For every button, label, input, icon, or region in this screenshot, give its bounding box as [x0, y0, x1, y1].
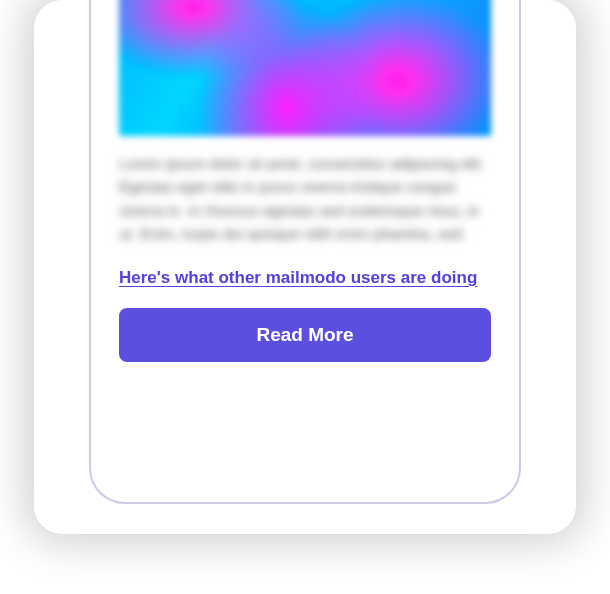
body-paragraph: Lorem ipsum dolor sit amet, consectetur …: [119, 152, 491, 245]
hero-image: [119, 0, 491, 136]
preview-card: Lorem ipsum dolor sit amet, consectetur …: [34, 0, 576, 534]
related-link[interactable]: Here's what other mailmodo users are doi…: [119, 267, 491, 290]
read-more-button[interactable]: Read More: [119, 308, 491, 362]
email-content: Lorem ipsum dolor sit amet, consectetur …: [119, 0, 491, 362]
phone-frame: Lorem ipsum dolor sit amet, consectetur …: [89, 0, 521, 504]
